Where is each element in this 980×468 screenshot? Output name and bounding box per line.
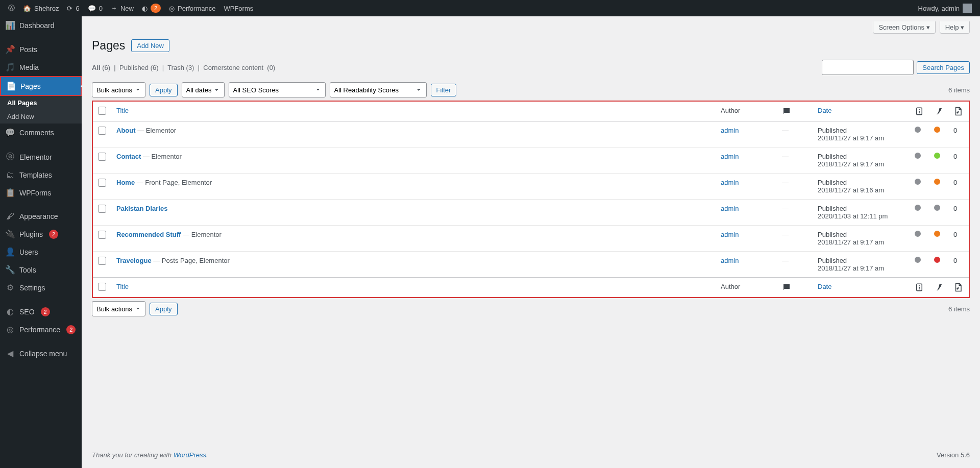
- links-count: 0: [948, 226, 969, 252]
- tools-icon: 🔧: [5, 265, 15, 275]
- comment-icon: [782, 107, 791, 116]
- sidebar-label: Comments: [19, 129, 54, 137]
- sidebar-item-templates[interactable]: 🗂Templates: [0, 166, 82, 184]
- row-checkbox[interactable]: [98, 127, 106, 135]
- sidebar-item-dashboard[interactable]: 📊Dashboard: [0, 16, 82, 34]
- sidebar-item-appearance[interactable]: 🖌Appearance: [0, 208, 82, 225]
- page-title-link[interactable]: Travelogue: [116, 257, 152, 264]
- readability-icon: [934, 107, 943, 116]
- sidebar-label: Posts: [19, 45, 37, 54]
- wpforms-label: WPForms: [224, 5, 253, 12]
- plugins-icon: 🔌: [5, 229, 15, 239]
- yoast-link[interactable]: ◐2: [138, 0, 165, 16]
- apply-button-bottom[interactable]: Apply: [150, 303, 178, 315]
- sidebar-item-settings[interactable]: ⚙Settings: [0, 279, 82, 297]
- performance-link[interactable]: ◎Performance: [165, 0, 219, 16]
- page-title-link[interactable]: Contact: [116, 153, 141, 160]
- author-link[interactable]: admin: [721, 127, 739, 134]
- sidebar-label: Tools: [19, 266, 36, 274]
- page-title-link[interactable]: Pakistan Diaries: [116, 205, 167, 212]
- table-row: Contact — Elementor admin — Published201…: [93, 147, 969, 174]
- sidebar-label: Media: [19, 63, 39, 71]
- comment-count: —: [782, 231, 789, 238]
- page-title-link[interactable]: About: [116, 127, 136, 134]
- sidebar-item-seo[interactable]: ◐SEO2: [0, 303, 82, 321]
- filter-trash[interactable]: Trash: [167, 64, 184, 71]
- links-count: 0: [948, 147, 969, 174]
- page-title-link[interactable]: Home: [116, 179, 135, 186]
- readability-dot: [934, 257, 940, 263]
- sidebar-item-collapse[interactable]: ◀Collapse menu: [0, 344, 82, 362]
- filter-cornerstone[interactable]: Cornerstone content: [203, 64, 263, 71]
- row-checkbox[interactable]: [98, 153, 106, 161]
- sidebar-item-posts[interactable]: 📌Posts: [0, 40, 82, 58]
- wordpress-link[interactable]: WordPress: [174, 451, 206, 459]
- updates-link[interactable]: ⟳6: [63, 0, 83, 16]
- sidebar-sub-add-new[interactable]: Add New: [0, 110, 82, 124]
- new-content-link[interactable]: ＋New: [107, 0, 138, 16]
- date-status: Published: [818, 205, 904, 212]
- bulk-actions-select[interactable]: Bulk actions: [92, 82, 145, 97]
- add-new-button[interactable]: Add New: [131, 39, 169, 52]
- col-title-bottom[interactable]: Title: [116, 283, 129, 290]
- sidebar-item-performance[interactable]: ◎Performance2: [0, 321, 82, 338]
- svg-point-5: [919, 285, 920, 286]
- date-filter-select[interactable]: All dates: [182, 82, 225, 97]
- sidebar-item-comments[interactable]: 💬Comments: [0, 124, 82, 141]
- performance-label: Performance: [178, 5, 215, 12]
- filter-published[interactable]: Published: [119, 64, 149, 71]
- apply-button[interactable]: Apply: [150, 84, 178, 96]
- row-checkbox[interactable]: [98, 257, 106, 265]
- col-title[interactable]: Title: [116, 107, 129, 114]
- select-all-checkbox-bottom[interactable]: [98, 283, 106, 291]
- bulk-actions-select-bottom[interactable]: Bulk actions: [92, 301, 145, 316]
- user-menu[interactable]: Howdy, admin: [914, 0, 976, 16]
- readability-filter-select[interactable]: All Readability Scores: [330, 82, 427, 97]
- seo-filter-select[interactable]: All SEO Scores: [229, 82, 326, 97]
- col-date[interactable]: Date: [818, 107, 831, 114]
- help-button[interactable]: Help ▾: [940, 21, 970, 34]
- search-input[interactable]: [822, 60, 914, 75]
- select-all-checkbox[interactable]: [98, 107, 106, 115]
- comment-count: —: [782, 205, 789, 212]
- screen-options-button[interactable]: Screen Options ▾: [873, 21, 935, 34]
- author-link[interactable]: admin: [721, 205, 739, 212]
- wpforms-link[interactable]: WPForms: [219, 0, 257, 16]
- filter-all[interactable]: All: [92, 64, 101, 71]
- sidebar-item-media[interactable]: 🎵Media: [0, 58, 82, 76]
- sidebar-item-pages[interactable]: 📄Pages: [1, 77, 81, 95]
- author-link[interactable]: admin: [721, 153, 739, 160]
- performance-icon: ◎: [169, 5, 175, 12]
- author-link[interactable]: admin: [721, 179, 739, 186]
- author-link[interactable]: admin: [721, 257, 739, 264]
- chevron-down-icon: ▾: [926, 23, 930, 31]
- sidebar-sub-all-pages[interactable]: All Pages: [0, 96, 82, 110]
- filter-button[interactable]: Filter: [431, 84, 457, 96]
- comment-icon: 💬: [5, 128, 15, 137]
- wp-logo[interactable]: ⓦ: [4, 0, 19, 16]
- date-stamp: 2018/11/27 at 9:17 am: [818, 238, 904, 246]
- row-checkbox[interactable]: [98, 179, 106, 187]
- plus-icon: ＋: [111, 4, 117, 13]
- sidebar-item-wpforms[interactable]: 📋WPForms: [0, 184, 82, 202]
- sidebar-item-users[interactable]: 👤Users: [0, 243, 82, 261]
- sidebar-item-tools[interactable]: 🔧Tools: [0, 261, 82, 279]
- row-checkbox[interactable]: [98, 205, 106, 213]
- comments-link[interactable]: 💬0: [84, 0, 107, 16]
- site-name-link[interactable]: 🏠Shehroz: [19, 0, 63, 16]
- media-icon: 🎵: [5, 62, 15, 72]
- refresh-icon: ⟳: [67, 5, 72, 12]
- author-link[interactable]: admin: [721, 231, 739, 238]
- comment-count: —: [782, 179, 789, 186]
- page-title-link[interactable]: Recommended Stuff: [116, 231, 181, 238]
- sidebar-item-plugins[interactable]: 🔌Plugins2: [0, 225, 82, 243]
- footer-version: Version 5.6: [937, 451, 970, 459]
- sidebar-label: Elementor: [19, 153, 52, 161]
- sidebar-item-elementor[interactable]: ⓔElementor: [0, 147, 82, 166]
- view-filters: All (6) | Published (6) | Trash (3) | Co…: [92, 64, 275, 71]
- readability-dot: [934, 231, 940, 237]
- col-date-bottom[interactable]: Date: [818, 283, 831, 290]
- search-button[interactable]: Search Pages: [917, 61, 970, 74]
- row-checkbox[interactable]: [98, 231, 106, 239]
- page-meta: — Elementor: [141, 153, 181, 160]
